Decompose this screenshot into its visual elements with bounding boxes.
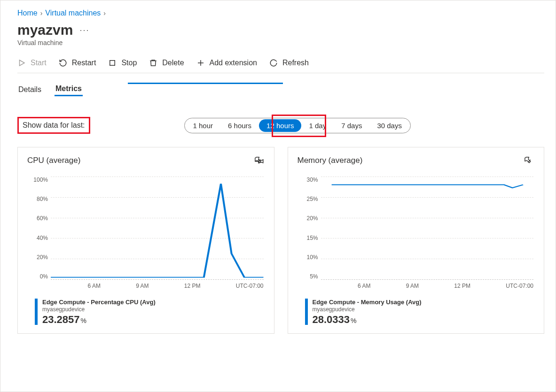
y-axis-labels: 100% 80% 60% 40% 20% 0%: [27, 177, 48, 280]
chart-body-cpu: 100% 80% 60% 40% 20% 0%: [27, 177, 266, 289]
pill-1hour[interactable]: 1 hour: [186, 119, 221, 132]
plus-icon: [196, 59, 205, 67]
pill-30days[interactable]: 30 days: [369, 119, 409, 132]
chart-title-memory: Memory (average): [298, 156, 537, 165]
pin-icon[interactable]: [524, 156, 534, 168]
more-actions-icon[interactable]: ···: [79, 25, 89, 35]
trash-icon: [149, 59, 157, 67]
charts-container: CPU (average) 100% 80% 60% 40% 20% 0%: [17, 147, 544, 334]
chart-title-cpu: CPU (average): [27, 156, 266, 165]
page-title: myazvm: [17, 22, 73, 38]
breadcrumb-home[interactable]: Home: [17, 9, 38, 17]
page-subtitle: Virtual machine: [17, 39, 544, 46]
legend-device-name: myasegpudevice: [313, 306, 422, 313]
x-axis-labels: . 6 AM 9 AM 12 PM UTC-07:00: [51, 283, 264, 289]
restart-icon: [59, 59, 67, 67]
plot-area-memory[interactable]: [321, 177, 534, 280]
filter-label-highlight: Show data for last:: [17, 117, 90, 134]
chart-legend-memory: Edge Compute - Memory Usage (Avg) myaseg…: [305, 299, 537, 326]
refresh-icon: [269, 59, 278, 67]
x-axis-labels: . 6 AM 9 AM 12 PM UTC-07:00: [321, 283, 534, 289]
legend-series-name: Edge Compute - Percentage CPU (Avg): [42, 299, 156, 306]
legend-summary-value: 23.2857%: [42, 314, 156, 326]
stop-button[interactable]: Stop: [108, 59, 137, 67]
pill-7days[interactable]: 7 days: [334, 119, 369, 132]
chart-card-cpu: CPU (average) 100% 80% 60% 40% 20% 0%: [17, 147, 274, 334]
chart-legend-cpu: Edge Compute - Percentage CPU (Avg) myas…: [35, 299, 266, 326]
chart-card-memory: Memory (average) 30% 25% 20% 15% 10% 5%: [288, 147, 545, 334]
pill-12hours[interactable]: 12 hours: [259, 119, 301, 132]
legend-device-name: myasegpudevice: [42, 306, 156, 313]
legend-series-name: Edge Compute - Memory Usage (Avg): [313, 299, 422, 306]
add-extension-button[interactable]: Add extension: [196, 59, 257, 67]
y-axis-labels: 30% 25% 20% 15% 10% 5%: [298, 177, 318, 280]
time-range-selector: 1 hour 6 hours 12 hours 1 day 7 days 30 …: [184, 118, 411, 133]
legend-color-bar: [305, 299, 308, 325]
svg-marker-0: [20, 60, 25, 66]
chevron-right-icon: ›: [40, 9, 43, 17]
svg-rect-1: [110, 61, 115, 66]
legend-color-bar: [35, 299, 38, 325]
delete-button[interactable]: Delete: [149, 59, 184, 67]
play-icon: [17, 59, 26, 67]
time-filter-row: Show data for last: 1 hour 6 hours 12 ho…: [17, 117, 544, 134]
tab-metrics[interactable]: Metrics: [55, 83, 83, 96]
refresh-button[interactable]: Refresh: [269, 59, 309, 67]
tab-indicator-bar: [128, 83, 283, 84]
breadcrumb-vms[interactable]: Virtual machines: [45, 9, 101, 17]
legend-summary-value: 28.0333%: [313, 314, 422, 326]
cpu-line-series: [51, 177, 264, 279]
tabs: Details Metrics: [17, 83, 544, 96]
chart-body-memory: 30% 25% 20% 15% 10% 5%: [298, 177, 537, 289]
pill-6hours[interactable]: 6 hours: [220, 119, 259, 132]
chevron-right-icon: ›: [103, 9, 106, 17]
breadcrumb: Home › Virtual machines ›: [17, 9, 544, 17]
tab-details[interactable]: Details: [17, 84, 42, 96]
start-button: Start: [17, 59, 47, 67]
restart-button[interactable]: Restart: [59, 59, 96, 67]
memory-line-series: [321, 177, 534, 279]
toolbar: Start Restart Stop Delete Add extension …: [17, 59, 544, 73]
stop-icon: [108, 59, 117, 67]
pill-1day[interactable]: 1 day: [301, 119, 334, 132]
pin-icon[interactable]: [254, 156, 265, 168]
plot-area-cpu[interactable]: [51, 177, 264, 280]
